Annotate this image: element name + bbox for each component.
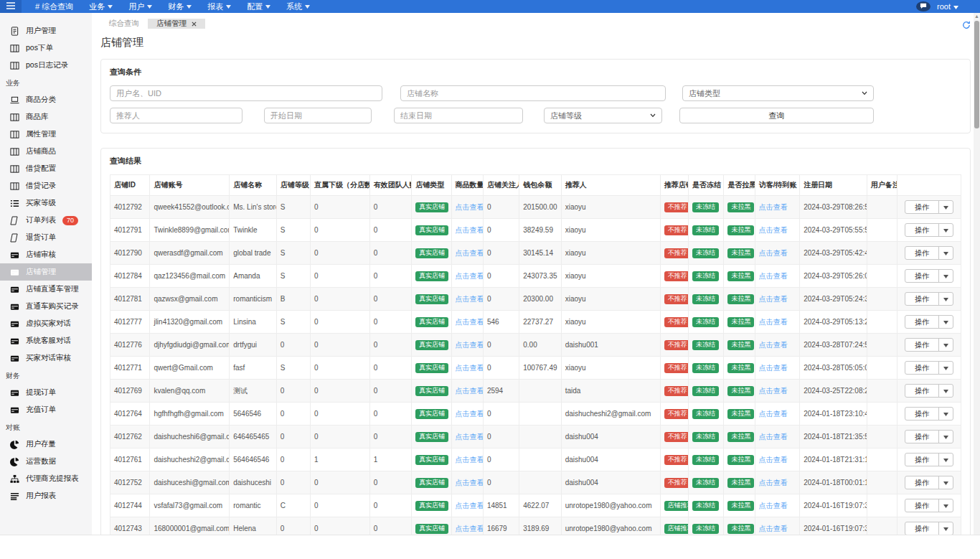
goods-view-link[interactable]: 点击查看 xyxy=(456,272,484,280)
navbar-menu-item[interactable]: 业务 xyxy=(81,0,121,13)
sidebar-item[interactable]: pos下单 xyxy=(0,39,92,57)
visitor-view-link[interactable]: 点击查看 xyxy=(759,502,788,509)
goods-view-link[interactable]: 点击查看 xyxy=(456,249,484,257)
search-button[interactable]: 查询 xyxy=(679,108,874,123)
visitor-view-link[interactable]: 点击查看 xyxy=(759,410,788,418)
operation-dropdown-toggle[interactable] xyxy=(938,476,953,489)
start-date-input[interactable] xyxy=(264,108,372,123)
visitor-view-link[interactable]: 点击查看 xyxy=(759,341,788,349)
goods-view-link[interactable]: 点击查看 xyxy=(456,410,484,418)
operation-button[interactable]: 操作 xyxy=(905,522,953,535)
navbar-menu-item[interactable]: # 综合查询 xyxy=(27,0,81,13)
operation-dropdown-toggle[interactable] xyxy=(938,224,953,236)
sidebar-item[interactable]: 借贷配置 xyxy=(0,160,92,177)
sidebar-item[interactable]: 运营数据 xyxy=(0,453,92,470)
navbar-menu-item[interactable]: 配置 xyxy=(239,0,278,13)
sidebar-item[interactable]: 退货订单 xyxy=(0,229,92,246)
visitor-view-link[interactable]: 点击查看 xyxy=(759,525,788,532)
goods-view-link[interactable]: 点击查看 xyxy=(456,502,484,509)
referrer-input[interactable] xyxy=(110,108,242,123)
operation-dropdown-toggle[interactable] xyxy=(938,270,953,282)
sidebar-item[interactable]: 用户管理 xyxy=(0,22,92,39)
operation-button[interactable]: 操作 xyxy=(905,499,953,512)
visitor-view-link[interactable]: 点击查看 xyxy=(759,295,788,303)
user-menu[interactable]: root xyxy=(937,2,958,11)
operation-button[interactable]: 操作 xyxy=(905,338,953,352)
operation-button[interactable]: 操作 xyxy=(905,292,953,306)
sidebar-item[interactable]: 代理商充提报表 xyxy=(0,470,92,487)
tab-active[interactable]: 店铺管理 xyxy=(148,19,205,29)
operation-button[interactable]: 操作 xyxy=(905,430,953,443)
operation-dropdown-toggle[interactable] xyxy=(938,499,953,512)
operation-button[interactable]: 操作 xyxy=(905,269,953,283)
operation-dropdown-toggle[interactable] xyxy=(938,454,953,466)
sidebar-toggle-button[interactable] xyxy=(0,0,22,13)
operation-dropdown-toggle[interactable] xyxy=(938,385,953,397)
visitor-view-link[interactable]: 点击查看 xyxy=(759,364,788,372)
operation-button[interactable]: 操作 xyxy=(905,200,953,214)
goods-view-link[interactable]: 点击查看 xyxy=(456,318,484,326)
navbar-menu-item[interactable]: 系统 xyxy=(278,0,318,13)
goods-view-link[interactable]: 点击查看 xyxy=(456,525,484,532)
navbar-menu-item[interactable]: 用户 xyxy=(121,0,160,13)
shop-name-input[interactable] xyxy=(400,85,666,101)
goods-view-link[interactable]: 点击查看 xyxy=(456,341,484,349)
sidebar-item[interactable]: 充值订单 xyxy=(0,401,92,418)
sidebar-item[interactable]: 买家对话审核 xyxy=(0,349,92,367)
scrollbar-thumb[interactable] xyxy=(974,21,979,128)
sidebar-item[interactable]: 虚拟买家对话 xyxy=(0,315,92,332)
sidebar-item[interactable]: 用户报表 xyxy=(0,487,92,504)
shop-level-select[interactable]: 店铺等级 xyxy=(544,108,662,123)
sidebar-item[interactable]: 店铺商品 xyxy=(0,143,92,160)
close-icon[interactable] xyxy=(192,22,197,27)
refresh-button[interactable] xyxy=(962,19,971,32)
sidebar-item[interactable]: 系统客服对话 xyxy=(0,332,92,349)
operation-button[interactable]: 操作 xyxy=(905,315,953,329)
sidebar-item[interactable]: 店铺直通车管理 xyxy=(0,281,92,298)
shop-type-select[interactable]: 店铺类型 xyxy=(682,85,874,101)
visitor-view-link[interactable]: 点击查看 xyxy=(759,387,788,395)
visitor-view-link[interactable]: 点击查看 xyxy=(759,479,788,487)
visitor-view-link[interactable]: 点击查看 xyxy=(759,318,788,326)
username-uid-input[interactable] xyxy=(110,85,382,101)
operation-button[interactable]: 操作 xyxy=(905,384,953,398)
sidebar-item[interactable]: 商品库 xyxy=(0,108,92,126)
sidebar-item[interactable]: 属性管理 xyxy=(0,126,92,143)
operation-dropdown-toggle[interactable] xyxy=(938,522,953,535)
operation-button[interactable]: 操作 xyxy=(905,453,953,466)
operation-dropdown-toggle[interactable] xyxy=(938,408,953,420)
sidebar-item[interactable]: 商品分类 xyxy=(0,91,92,108)
sidebar-item[interactable]: 直通车购买记录 xyxy=(0,298,92,315)
operation-dropdown-toggle[interactable] xyxy=(938,431,953,443)
operation-dropdown-toggle[interactable] xyxy=(938,316,953,328)
visitor-view-link[interactable]: 点击查看 xyxy=(759,272,788,280)
sidebar-item[interactable]: 用户存量 xyxy=(0,436,92,453)
sidebar-item[interactable]: 订单列表70 xyxy=(0,212,92,229)
vertical-scrollbar[interactable]: ▲ xyxy=(974,13,980,535)
operation-dropdown-toggle[interactable] xyxy=(938,339,953,351)
sidebar-item[interactable]: 提现订单 xyxy=(0,384,92,401)
end-date-input[interactable] xyxy=(394,108,523,123)
visitor-view-link[interactable]: 点击查看 xyxy=(759,456,788,464)
goods-view-link[interactable]: 点击查看 xyxy=(456,433,484,441)
goods-view-link[interactable]: 点击查看 xyxy=(456,203,484,211)
messages-button[interactable] xyxy=(916,1,930,11)
operation-button[interactable]: 操作 xyxy=(905,476,953,489)
sidebar-item[interactable]: 买家等级 xyxy=(0,194,92,212)
navbar-menu-item[interactable]: 财务 xyxy=(160,0,199,13)
operation-dropdown-toggle[interactable] xyxy=(938,201,953,213)
operation-button[interactable]: 操作 xyxy=(905,361,953,375)
operation-button[interactable]: 操作 xyxy=(905,246,953,260)
sidebar-item[interactable]: 店铺管理 xyxy=(0,263,92,281)
operation-button[interactable]: 操作 xyxy=(905,407,953,421)
operation-dropdown-toggle[interactable] xyxy=(938,362,953,374)
operation-dropdown-toggle[interactable] xyxy=(938,293,953,305)
visitor-view-link[interactable]: 点击查看 xyxy=(759,226,788,234)
goods-view-link[interactable]: 点击查看 xyxy=(456,295,484,303)
operation-button[interactable]: 操作 xyxy=(905,223,953,237)
visitor-view-link[interactable]: 点击查看 xyxy=(759,203,788,211)
goods-view-link[interactable]: 点击查看 xyxy=(456,387,484,395)
scroll-up-arrow-icon[interactable]: ▲ xyxy=(974,13,980,20)
operation-dropdown-toggle[interactable] xyxy=(938,247,953,259)
goods-view-link[interactable]: 点击查看 xyxy=(456,364,484,372)
